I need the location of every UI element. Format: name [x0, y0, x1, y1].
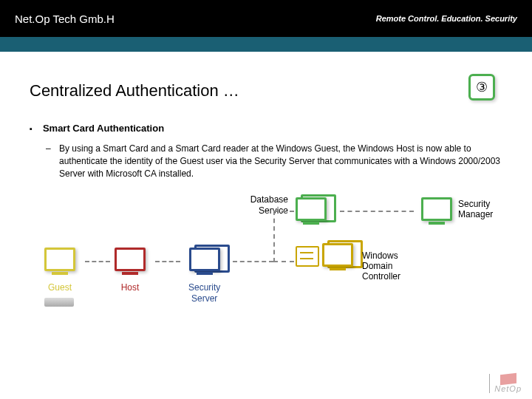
database-service-node — [296, 197, 327, 223]
guest-node: Guest — [44, 248, 75, 306]
connector-line — [85, 261, 110, 262]
architecture-diagram: Database Service Security Manager Guest — [30, 194, 502, 327]
computer-icon — [189, 248, 220, 271]
connector-line — [273, 261, 294, 262]
security-server-node: Security Server — [188, 248, 220, 304]
slide-number: ③ — [476, 79, 488, 95]
slide-number-badge: ③ — [468, 74, 495, 100]
footer-brand: NetOp — [494, 384, 522, 393]
connector-line — [273, 211, 275, 262]
company-tagline: Remote Control. Education. Security — [376, 14, 517, 23]
connector-line — [233, 261, 273, 262]
domain-controller-label: Windows Domain Controller — [362, 250, 400, 282]
computer-icon — [322, 243, 353, 267]
header-accent-bar — [0, 37, 532, 52]
connector-line — [340, 211, 414, 212]
computer-icon — [115, 248, 146, 271]
connector-line — [155, 261, 180, 262]
connector-line — [273, 211, 294, 212]
security-server-label: Security Server — [188, 282, 220, 304]
header-bar: Net.Op Tech Gmb.H Remote Control. Educat… — [0, 0, 532, 37]
slide-content: ③ Centralized Authentication … Smart Car… — [0, 52, 532, 327]
guest-label: Guest — [44, 282, 75, 293]
company-name: Net.Op Tech Gmb.H — [15, 13, 115, 25]
security-manager-node — [421, 197, 452, 223]
slide-title: Centralized Authentication … — [30, 81, 502, 100]
host-label: Host — [115, 282, 146, 293]
computer-icon — [44, 248, 75, 271]
domain-controller-node — [296, 243, 353, 267]
bullet-section: Smart Card Authentication By using a Sma… — [30, 123, 502, 180]
card-reader-icon — [44, 298, 74, 307]
flag-icon — [500, 373, 516, 385]
bullet-body: By using a Smart Card and a Smart Card r… — [59, 143, 502, 180]
security-manager-label: Security Manager — [458, 199, 493, 219]
database-service-label: Database Service — [229, 194, 288, 219]
computer-icon — [296, 197, 327, 221]
footer-divider — [489, 374, 490, 393]
computer-icon — [421, 197, 452, 221]
bullet-heading: Smart Card Authentication — [30, 123, 502, 134]
footer: NetOp — [489, 374, 522, 393]
server-icon — [296, 246, 319, 267]
host-node: Host — [115, 248, 146, 293]
